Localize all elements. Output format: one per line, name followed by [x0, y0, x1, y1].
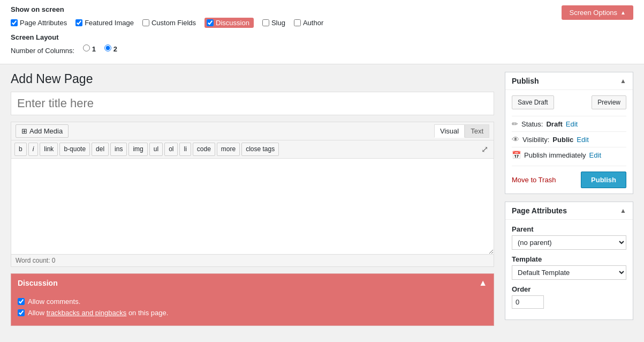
preview-button[interactable]: Preview: [592, 95, 626, 109]
custom-fields-checkbox[interactable]: [142, 19, 149, 26]
move-to-trash-link[interactable]: Move to Trash: [512, 176, 556, 184]
author-checkbox[interactable]: [294, 19, 301, 26]
col1-radio[interactable]: [83, 44, 90, 51]
author-checkbox-item[interactable]: Author: [294, 19, 323, 27]
screen-options-arrow-icon: ▲: [620, 10, 626, 16]
visibility-value: Public: [552, 136, 573, 144]
tab-text[interactable]: Text: [465, 124, 489, 138]
fmt-code[interactable]: code: [193, 143, 215, 156]
parent-select[interactable]: (no parent): [512, 235, 626, 250]
template-row: Template Default Template: [512, 255, 626, 280]
tab-visual[interactable]: Visual: [434, 124, 465, 138]
allow-trackbacks-checkbox[interactable]: [18, 309, 25, 316]
fmt-bquote[interactable]: b-quote: [59, 143, 90, 156]
page-attributes-label: Page Attributes: [20, 19, 67, 27]
title-input[interactable]: [11, 92, 494, 115]
parent-label: Parent: [512, 225, 626, 233]
editor-content[interactable]: [11, 158, 494, 255]
word-count-value: 0: [52, 257, 56, 264]
visual-text-tabs: Visual Text: [434, 124, 489, 138]
screen-options-button-label: Screen Options: [569, 9, 617, 17]
discussion-collapse-button[interactable]: ▲: [479, 278, 487, 288]
allow-trackbacks-label[interactable]: Allow trackbacks and pingbacks on this p…: [18, 309, 487, 317]
screen-layout-label: Screen Layout: [11, 33, 633, 41]
publish-edit-link[interactable]: Edit: [589, 151, 601, 159]
fmt-li[interactable]: li: [179, 143, 191, 156]
status-row: ✏ Status: Draft Edit: [512, 116, 626, 131]
custom-fields-label: Custom Fields: [151, 19, 196, 27]
page-attributes-checkbox-item[interactable]: Page Attributes: [11, 19, 67, 27]
publish-box-header: Publish ▲: [505, 72, 633, 90]
allow-comments-label[interactable]: Allow comments.: [18, 298, 487, 306]
publish-box: Publish ▲ Save Draft Preview ✏ Status: D…: [505, 72, 633, 194]
word-count-label: Word count:: [16, 257, 50, 264]
featured-image-checkbox[interactable]: [75, 19, 82, 26]
publish-time-row: 📅 Publish immediately Edit: [512, 147, 626, 162]
status-edit-link[interactable]: Edit: [566, 120, 578, 128]
template-label: Template: [512, 255, 626, 263]
main-wrapper: Add New Page ⊞ Add Media Visual Text b i…: [0, 64, 644, 335]
fmt-link[interactable]: link: [40, 143, 58, 156]
parent-row: Parent (no parent): [512, 225, 626, 250]
status-value: Draft: [546, 120, 562, 128]
word-count-bar: Word count: 0: [11, 255, 494, 267]
col2-radio-label[interactable]: 2: [104, 44, 119, 53]
fmt-more[interactable]: more: [217, 143, 240, 156]
visibility-icon: 👁: [512, 135, 519, 144]
fmt-del[interactable]: del: [92, 143, 109, 156]
template-select[interactable]: Default Template: [512, 265, 626, 280]
order-row: Order: [512, 285, 626, 309]
page-title-area: Add New Page: [11, 72, 494, 92]
fmt-ol[interactable]: ol: [164, 143, 178, 156]
page-attributes-header: Page Attributes ▲: [505, 202, 633, 220]
visibility-row: 👁 Visibility: Public Edit: [512, 131, 626, 147]
slug-checkbox-item[interactable]: Slug: [262, 19, 285, 27]
page-attributes-body: Parent (no parent) Template Default Temp…: [505, 220, 633, 319]
discussion-checkbox-item[interactable]: Discussion: [204, 18, 254, 28]
columns-row: Number of Columns: 1 2: [11, 44, 633, 56]
fmt-ins[interactable]: ins: [110, 143, 127, 156]
fmt-ul[interactable]: ul: [149, 143, 163, 156]
discussion-body: Allow comments. Allow trackbacks and pin…: [11, 292, 494, 325]
page-attributes-box: Page Attributes ▲ Parent (no parent) Tem…: [505, 202, 633, 320]
page-title: Add New Page: [11, 72, 494, 86]
publish-button[interactable]: Publish: [581, 172, 626, 188]
featured-image-label: Featured Image: [85, 19, 134, 27]
discussion-checkbox[interactable]: [207, 19, 214, 26]
discussion-header: Discussion ▲: [11, 274, 494, 292]
status-icon: ✏: [512, 120, 518, 128]
col2-radio[interactable]: [104, 44, 111, 51]
order-label: Order: [512, 285, 626, 293]
trackbacks-link[interactable]: trackbacks and pingbacks: [47, 309, 127, 317]
fmt-italic[interactable]: i: [28, 143, 39, 156]
slug-checkbox[interactable]: [262, 19, 269, 26]
page-attributes-checkbox[interactable]: [11, 19, 18, 26]
status-label: Status:: [521, 120, 543, 128]
discussion-title: Discussion: [18, 279, 58, 287]
publish-footer: Move to Trash Publish: [512, 166, 626, 188]
fmt-bold[interactable]: b: [14, 143, 27, 156]
allow-comments-checkbox[interactable]: [18, 298, 25, 305]
custom-fields-checkbox-item[interactable]: Custom Fields: [142, 19, 196, 27]
save-draft-button[interactable]: Save Draft: [512, 95, 554, 109]
fmt-close-tags[interactable]: close tags: [241, 143, 279, 156]
allow-comments-text: Allow comments.: [28, 298, 80, 306]
col2-label: 2: [113, 45, 117, 53]
screen-options-button[interactable]: Screen Options ▲: [562, 5, 633, 20]
col1-radio-label[interactable]: 1: [83, 44, 98, 53]
allow-trackbacks-text: Allow trackbacks and pingbacks on this p…: [28, 309, 168, 317]
publish-box-title: Publish: [512, 77, 539, 85]
page-attributes-collapse-button[interactable]: ▲: [620, 207, 626, 214]
add-media-label: Add Media: [29, 127, 63, 135]
publish-box-collapse-button[interactable]: ▲: [620, 77, 626, 85]
page-attributes-title: Page Attributes: [512, 206, 567, 215]
fullscreen-button[interactable]: ⤢: [479, 144, 490, 154]
publish-immediately-label: Publish immediately: [524, 151, 586, 159]
add-media-button[interactable]: ⊞ Add Media: [16, 124, 69, 138]
fmt-img[interactable]: img: [128, 143, 147, 156]
show-on-screen-label: Show on screen: [11, 5, 633, 13]
featured-image-checkbox-item[interactable]: Featured Image: [75, 19, 134, 27]
visibility-edit-link[interactable]: Edit: [577, 136, 588, 144]
order-input[interactable]: [512, 295, 544, 309]
author-label: Author: [303, 19, 323, 27]
